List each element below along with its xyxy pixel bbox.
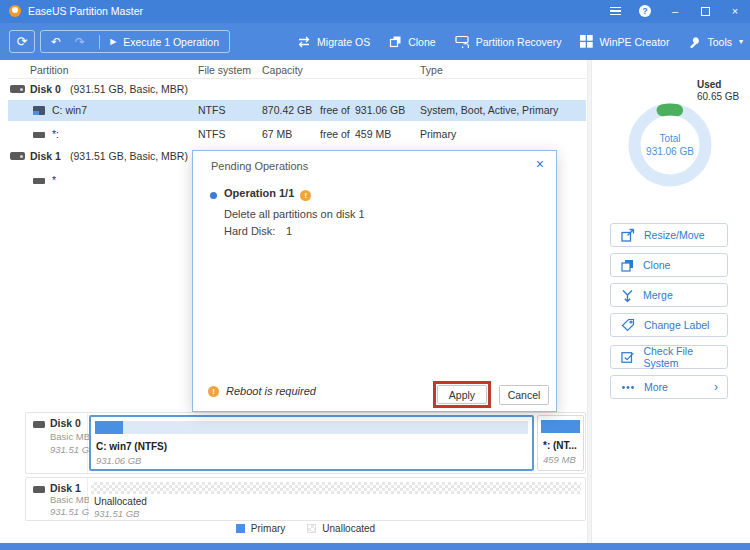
change-label-button[interactable]: Change Label [610,313,728,337]
used-label: Used [697,79,721,90]
partition-recovery-button[interactable]: Partition Recovery [455,35,562,48]
merge-icon [621,289,634,302]
diskmap-unallocated[interactable]: Unallocated 931.51 GB [89,479,585,520]
tools-icon [688,35,701,48]
winpe-creator-icon [580,35,593,48]
partition-name: *: [52,128,59,140]
undo-icon[interactable]: ↶ [51,35,61,49]
diskmap-partition-star[interactable]: *: (NT... 459 MB [537,415,584,471]
more-button[interactable]: More › [610,375,728,399]
disk0-group-row[interactable]: Disk 0 (931.51 GB, Basic, MBR) [8,81,586,99]
help-icon[interactable]: ? [638,4,652,18]
disk-name: Disk 1 [50,482,81,494]
table-row-cwin7[interactable]: C: win7 NTFS 870.42 GB free of 931.06 GB… [8,100,586,121]
titlebar: EaseUS Partition Master ? – × [0,0,750,22]
execute-operation-button[interactable]: Execute 1 Operation [123,36,219,48]
disk0-info: (931.51 GB, Basic, MBR) [70,83,188,95]
table-header: Partition File system Capacity Type [8,62,586,79]
clone-icon [621,259,634,272]
resize-move-button[interactable]: Resize/Move [610,223,728,247]
button-label: Merge [643,289,673,301]
operation-description: Delete all partitions on disk 1 [224,208,365,220]
merge-button[interactable]: Merge [610,283,728,307]
execute-group: ↶ ↷ ▶ Execute 1 Operation [40,30,230,53]
header-file-system[interactable]: File system [198,64,251,76]
pending-operations-dialog: Pending Operations × Operation 1/1! Dele… [192,150,557,412]
legend: Primary Unallocated [25,523,586,534]
header-type[interactable]: Type [420,64,443,76]
partition-name: C: win7 [52,104,87,116]
partition-label: C: win7 (NTFS) [96,441,167,452]
partition-icon [33,106,45,115]
usage-bar-fill [95,421,123,434]
partition-icon [33,178,45,184]
legend-label: Primary [251,523,285,534]
usage-bar [95,421,528,434]
close-icon[interactable]: × [728,4,742,18]
tools-button[interactable]: Tools ▾ [688,35,743,48]
chevron-right-icon: › [714,380,718,394]
unallocated-swatch-icon [307,524,316,533]
app-window: EaseUS Partition Master ? – × ⟳ ↶ ↷ ▶ Ex… [0,0,750,550]
operation-bullet-icon [210,192,217,199]
button-label: Resize/Move [644,229,705,241]
dialog-close-icon[interactable]: × [536,156,544,172]
header-capacity[interactable]: Capacity [262,64,303,76]
diskmap-partition-cwin7[interactable]: C: win7 (NTFS) 931.06 GB [89,415,534,471]
disk0-label: Disk 0 Basic MBR 931.51 GB [26,413,88,473]
clone-button[interactable]: Clone [389,35,435,48]
partition-free: 67 MB [262,128,292,140]
maximize-icon[interactable] [698,4,712,18]
diskmap-disk0: Disk 0 Basic MBR 931.51 GB C: win7 (NTFS… [25,412,586,474]
reboot-note: ! Reboot is required [208,385,316,397]
refresh-button[interactable]: ⟳ [9,30,35,53]
disk-name: Disk 0 [50,417,81,429]
partition-free: 870.42 GB [262,104,312,116]
more-dots-icon [621,381,635,394]
clone-side-button[interactable]: Clone [610,253,728,277]
legend-unallocated: Unallocated [307,523,375,534]
total-label: Total [659,133,680,144]
hard-disk-value: 1 [286,225,292,237]
diskmap-area: Disk 0 Basic MBR 931.51 GB C: win7 (NTFS… [0,412,750,543]
refresh-icon: ⟳ [17,34,28,49]
partition-size: 459 MB [543,454,576,465]
redo-icon[interactable]: ↷ [75,35,85,49]
button-label: More [644,381,668,393]
button-label: Change Label [644,319,709,331]
partition-label: *: (NT... [543,440,577,451]
legend-label: Unallocated [322,523,375,534]
play-icon: ▶ [110,37,116,46]
migrate-os-button[interactable]: Migrate OS [297,36,370,48]
diskmap-disk1: Disk 1 Basic MBR 931.51 GB Unallocated 9… [25,477,586,521]
partition-recovery-icon [455,35,470,48]
table-row-star[interactable]: *: NTFS 67 MB free of 459 MB Primary [8,124,586,145]
check-square-icon [621,350,634,364]
apply-button[interactable]: Apply [437,385,487,404]
menu-icon[interactable] [608,4,622,18]
unallocated-label: Unallocated [94,496,147,507]
check-file-system-button[interactable]: Check File System [610,345,728,369]
button-label: Check File System [643,345,727,369]
partition-freeof-label: free of [320,104,350,116]
minimize-icon[interactable]: – [668,4,682,18]
disk-icon [10,85,25,93]
toolbar: ⟳ ↶ ↷ ▶ Execute 1 Operation Migrate OS C… [0,22,750,60]
tag-icon [621,318,635,332]
winpe-creator-button[interactable]: WinPE Creator [580,35,669,48]
warning-icon: ! [208,386,219,397]
divider [99,35,100,49]
partition-type: Primary [420,128,456,140]
resize-move-icon [621,228,635,242]
primary-swatch-icon [236,524,245,533]
apply-highlight-annotation: Apply [433,381,491,408]
partition-fs: NTFS [198,128,225,140]
partition-freeof-label: free of [320,128,350,140]
easeus-logo-icon [9,5,21,17]
migrate-os-icon [297,36,311,48]
header-partition[interactable]: Partition [30,64,69,76]
reboot-note-text: Reboot is required [226,385,316,397]
partition-fs: NTFS [198,104,225,116]
partition-total: 931.06 GB [355,104,405,116]
cancel-button[interactable]: Cancel [499,385,549,405]
